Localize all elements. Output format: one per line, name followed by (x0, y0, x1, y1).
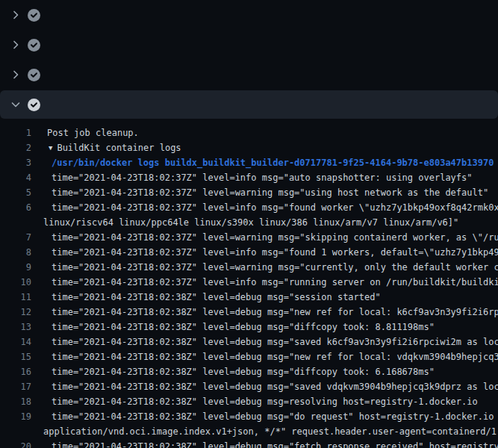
log-line: 18time="2021-04-23T18:02:38Z" level=debu… (0, 394, 498, 409)
log-text: time="2021-04-23T18:02:37Z" level=info m… (31, 170, 498, 185)
log-line-number[interactable]: 1 (0, 125, 31, 140)
log-line-number[interactable]: 11 (0, 290, 31, 305)
log-text: time="2021-04-23T18:02:37Z" level=warnin… (31, 260, 498, 275)
log-line: 1Post job cleanup. (0, 125, 498, 140)
step-row-post-build[interactable] (0, 60, 498, 90)
log-line-number[interactable]: 9 (0, 260, 31, 275)
log-line: 19time="2021-04-23T18:02:38Z" level=debu… (0, 409, 498, 424)
steps-list (0, 0, 498, 119)
log-line: 5time="2021-04-23T18:02:37Z" level=warni… (0, 185, 498, 200)
check-circle-icon (28, 39, 40, 52)
log-line: 17time="2021-04-23T18:02:38Z" level=debu… (0, 379, 498, 394)
chevron-right-icon (10, 39, 22, 51)
chevron-right-icon (10, 9, 22, 21)
log-text: time="2021-04-23T18:02:37Z" level=info m… (31, 275, 498, 290)
check-circle-icon (28, 99, 40, 111)
log-line-number[interactable]: 13 (0, 320, 31, 335)
log-line: 13time="2021-04-23T18:02:38Z" level=debu… (0, 320, 498, 335)
log-line: linux/riscv64 linux/ppc64le linux/s390x … (0, 215, 498, 230)
log-text: time="2021-04-23T18:02:38Z" level=debug … (31, 335, 498, 349)
log-text: linux/riscv64 linux/ppc64le linux/s390x … (31, 215, 498, 230)
log-text: time="2021-04-23T18:02:38Z" level=debug … (31, 439, 498, 448)
log-line-number[interactable]: 16 (0, 364, 31, 379)
group-toggle-icon: ▼ (49, 140, 52, 155)
log-line: 11time="2021-04-23T18:02:38Z" level=debu… (0, 290, 498, 305)
log-text: Post job cleanup. (31, 125, 498, 140)
log-line: 16time="2021-04-23T18:02:38Z" level=debu… (0, 364, 498, 379)
log-text: time="2021-04-23T18:02:37Z" level=info m… (31, 245, 498, 260)
log-line-number[interactable]: 17 (0, 379, 31, 394)
log-text: time="2021-04-23T18:02:38Z" level=debug … (31, 409, 498, 424)
log-line: 20time="2021-04-23T18:02:38Z" level=debu… (0, 439, 498, 448)
step-row-build[interactable] (0, 30, 498, 60)
log-line-number[interactable]: 15 (0, 349, 31, 364)
log-line-number[interactable]: 4 (0, 170, 31, 185)
log-text: application/vnd.oci.image.index.v1+json,… (31, 424, 498, 439)
log-command-text: /usr/bin/docker logs buildx_buildkit_bui… (31, 155, 498, 170)
log-text: time="2021-04-23T18:02:38Z" level=debug … (31, 290, 498, 305)
log-line: 9time="2021-04-23T18:02:37Z" level=warni… (0, 260, 498, 275)
chevron-right-icon (10, 69, 22, 81)
log-line: 6time="2021-04-23T18:02:37Z" level=info … (0, 200, 498, 215)
log-line-number[interactable]: 14 (0, 335, 31, 349)
log-line-number[interactable]: 12 (0, 305, 31, 320)
log-line-number[interactable]: 8 (0, 245, 31, 260)
log-text: time="2021-04-23T18:02:37Z" level=warnin… (31, 230, 498, 245)
log-text: time="2021-04-23T18:02:38Z" level=debug … (31, 364, 498, 379)
log-line: 7time="2021-04-23T18:02:37Z" level=warni… (0, 230, 498, 245)
log-panel: 1Post job cleanup.2▼BuildKit container l… (0, 0, 498, 448)
log-line-number[interactable]: 10 (0, 275, 31, 290)
log-line: 4time="2021-04-23T18:02:37Z" level=info … (0, 170, 498, 185)
log-line-number (0, 424, 31, 439)
log-view: 1Post job cleanup.2▼BuildKit container l… (0, 119, 498, 448)
log-line: 3/usr/bin/docker logs buildx_buildkit_bu… (0, 155, 498, 170)
step-row-post-set-up-docker-buildx[interactable] (0, 90, 498, 119)
log-line: 15time="2021-04-23T18:02:38Z" level=debu… (0, 349, 498, 364)
log-line: 2▼BuildKit container logs (0, 140, 498, 155)
log-text: time="2021-04-23T18:02:38Z" level=debug … (31, 379, 498, 394)
log-line: 10time="2021-04-23T18:02:37Z" level=info… (0, 275, 498, 290)
log-line: 8time="2021-04-23T18:02:37Z" level=info … (0, 245, 498, 260)
log-line-number[interactable]: 18 (0, 394, 31, 409)
log-text: time="2021-04-23T18:02:38Z" level=debug … (31, 349, 498, 364)
log-text: time="2021-04-23T18:02:38Z" level=debug … (31, 394, 498, 409)
log-text: time="2021-04-23T18:02:38Z" level=debug … (31, 320, 498, 335)
check-circle-icon (28, 69, 40, 81)
log-text: time="2021-04-23T18:02:37Z" level=warnin… (31, 185, 498, 200)
log-text: time="2021-04-23T18:02:38Z" level=debug … (31, 305, 498, 320)
log-line-number[interactable]: 5 (0, 185, 31, 200)
log-line: 12time="2021-04-23T18:02:38Z" level=debu… (0, 305, 498, 320)
chevron-down-icon (10, 99, 22, 111)
log-line-number[interactable]: 19 (0, 409, 31, 424)
check-circle-icon (28, 9, 40, 22)
log-line-number[interactable]: 3 (0, 155, 31, 170)
step-row-set-up-docker-buildx[interactable] (0, 0, 498, 30)
log-text: time="2021-04-23T18:02:37Z" level=info m… (31, 200, 498, 215)
log-line-number[interactable]: 20 (0, 439, 31, 448)
log-line-number[interactable]: 2 (0, 140, 31, 155)
log-line-number (0, 215, 31, 230)
log-line-number[interactable]: 7 (0, 230, 31, 245)
log-group-header[interactable]: ▼BuildKit container logs (31, 140, 498, 155)
log-line: application/vnd.oci.image.index.v1+json,… (0, 424, 498, 439)
log-line-number[interactable]: 6 (0, 200, 31, 215)
log-line: 14time="2021-04-23T18:02:38Z" level=debu… (0, 335, 498, 349)
